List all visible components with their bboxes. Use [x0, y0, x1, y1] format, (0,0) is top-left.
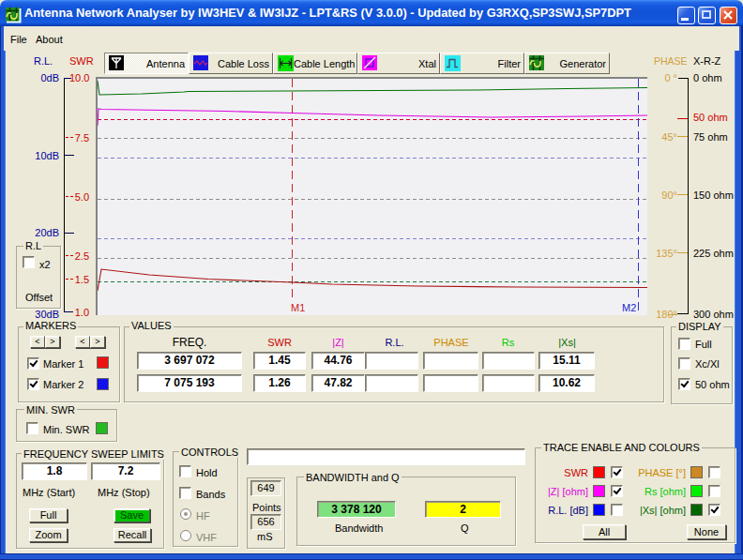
svg-text:M1: M1 — [291, 302, 305, 313]
svg-text:M2: M2 — [622, 302, 636, 313]
